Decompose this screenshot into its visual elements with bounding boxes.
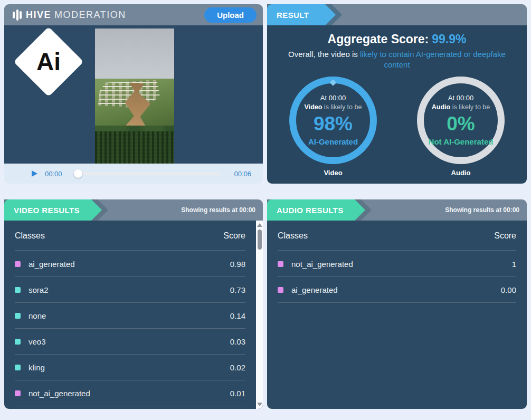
audio-results-table: Classes Score not_ai_generated 1 ai_gene… — [267, 221, 527, 409]
class-score: 0.02 — [230, 363, 245, 372]
class-label: veo3 — [29, 337, 46, 346]
video-results-banner: VIDEO RESULTS — [4, 199, 102, 221]
result-summary: Overall, the video is likely to contain … — [281, 49, 513, 71]
table-row[interactable]: not_ai_generated 1 — [278, 251, 516, 277]
seek-bar[interactable] — [75, 173, 222, 175]
video-results-header: VIDEO RESULTS Showing results at 00:00 — [4, 199, 263, 221]
hive-logo-icon — [13, 9, 22, 21]
audio-gauge: At 00:00 Audio is likely to be 0% Not AI… — [409, 77, 513, 177]
gauge-likely-line: Video is likely to be — [305, 103, 362, 111]
table-row[interactable]: not_ai_generated 0.01 — [15, 380, 245, 406]
gauge-at-time: At 00:00 — [320, 94, 346, 102]
audio-results-banner: AUDIO RESULTS — [267, 199, 365, 221]
class-label: kling — [29, 363, 45, 372]
gauges-row: At 00:00 Video is likely to be 98% AI-Ge… — [267, 77, 527, 177]
table-row[interactable]: kling 0.02 — [15, 355, 245, 380]
result-card: RESULT Aggregate Score:99.9% Overall, th… — [267, 4, 527, 184]
upload-button[interactable]: Upload — [204, 7, 257, 23]
video-stage: Ai — [4, 25, 263, 164]
class-score: 0.00 — [501, 285, 516, 294]
class-color-swatch — [278, 287, 283, 293]
ai-watermark-badge: Ai — [14, 27, 84, 97]
showing-results-at: Showing results at 00:00 — [181, 206, 263, 214]
gauge-likely-line: Audio is likely to be — [432, 103, 490, 111]
gauge-caption: Audio — [451, 169, 471, 177]
video-gauge: At 00:00 Video is likely to be 98% AI-Ge… — [281, 77, 385, 177]
class-score: 0.98 — [230, 260, 245, 269]
col-classes: Classes — [278, 231, 308, 241]
table-header: Classes Score — [278, 221, 516, 251]
gauge-at-time: At 00:00 — [448, 94, 473, 102]
video-results-table: Classes Score ai_generated 0.98 sora2 0.… — [4, 221, 263, 409]
ai-badge-text: Ai — [36, 47, 61, 76]
table-row[interactable]: veo3 0.03 — [15, 329, 245, 355]
gauge-marker-icon — [330, 79, 337, 86]
result-body: Aggregate Score:99.9% Overall, the video… — [267, 25, 527, 184]
aggregate-score-value: 99.9% — [432, 32, 466, 46]
video-gauge-ring: At 00:00 Video is likely to be 98% AI-Ge… — [289, 77, 377, 164]
aggregate-score: Aggregate Score:99.9% — [267, 32, 527, 46]
player-header: HIVE MODERATION Upload — [4, 4, 263, 25]
scrollbar-thumb[interactable] — [258, 230, 262, 250]
class-score: 0.73 — [230, 285, 245, 294]
summary-highlight: likely to contain AI-generated or deepfa… — [360, 50, 506, 69]
scrollbar[interactable] — [256, 221, 263, 409]
class-color-swatch — [15, 390, 21, 396]
class-label: not_ai_generated — [291, 260, 353, 269]
audio-gauge-ring: At 00:00 Audio is likely to be 0% Not AI… — [417, 77, 505, 164]
table-row[interactable]: sora2 0.73 — [15, 277, 245, 303]
class-color-swatch — [278, 261, 283, 267]
brand: HIVE MODERATION — [4, 9, 126, 21]
seek-handle[interactable] — [74, 169, 82, 178]
audio-results-header: AUDIO RESULTS Showing results at 00:00 — [267, 199, 527, 221]
class-score: 0.03 — [230, 337, 245, 346]
result-header: RESULT — [267, 4, 527, 25]
class-color-swatch — [15, 339, 21, 345]
class-color-swatch — [15, 287, 21, 293]
class-score: 1 — [512, 260, 516, 269]
video-player-card: HIVE MODERATION Upload Ai 00:00 00:06 — [4, 4, 263, 184]
class-label: ai_generated — [29, 260, 75, 269]
brand-suffix: MODERATION — [54, 9, 126, 21]
video-results-card: VIDEO RESULTS Showing results at 00:00 C… — [4, 199, 263, 409]
gauge-percent: 0% — [447, 113, 475, 135]
class-score: 0.01 — [230, 389, 245, 398]
table-header: Classes Score — [15, 221, 245, 251]
col-score: Score — [223, 231, 245, 241]
play-icon[interactable] — [32, 170, 37, 177]
duration: 00:06 — [234, 170, 251, 178]
showing-results-at: Showing results at 00:00 — [445, 206, 527, 214]
aggregate-score-label: Aggregate Score: — [328, 32, 429, 46]
col-score: Score — [494, 231, 516, 241]
class-label: not_ai_generated — [29, 389, 90, 398]
thumbnail-forest — [95, 131, 174, 164]
result-banner: RESULT — [267, 4, 336, 25]
video-thumbnail[interactable] — [95, 28, 174, 164]
player-controls: 00:00 00:06 — [4, 164, 263, 184]
class-color-swatch — [15, 365, 21, 370]
gauge-caption: Video — [324, 169, 342, 177]
table-row[interactable]: ai_generated 0.00 — [278, 277, 516, 303]
audio-results-card: AUDIO RESULTS Showing results at 00:00 C… — [267, 199, 527, 409]
class-label: none — [29, 311, 46, 320]
summary-plain: Overall, the video is — [288, 50, 360, 59]
class-label: sora2 — [29, 285, 49, 294]
gauge-percent: 98% — [314, 113, 353, 135]
col-classes: Classes — [15, 231, 45, 241]
class-color-swatch — [15, 313, 21, 319]
class-color-swatch — [15, 261, 21, 267]
current-time: 00:00 — [45, 170, 62, 178]
class-label: ai_generated — [291, 285, 338, 294]
scroll-down-icon[interactable] — [257, 403, 262, 406]
gauge-verdict: AI-Generated — [308, 137, 358, 146]
table-row[interactable]: ai_generated 0.98 — [15, 251, 245, 277]
scroll-up-icon[interactable] — [257, 223, 262, 227]
gauge-verdict: Not AI-Generated — [429, 137, 494, 146]
brand-name: HIVE — [26, 9, 51, 21]
class-score: 0.14 — [230, 311, 245, 320]
table-row[interactable]: none 0.14 — [15, 303, 245, 329]
